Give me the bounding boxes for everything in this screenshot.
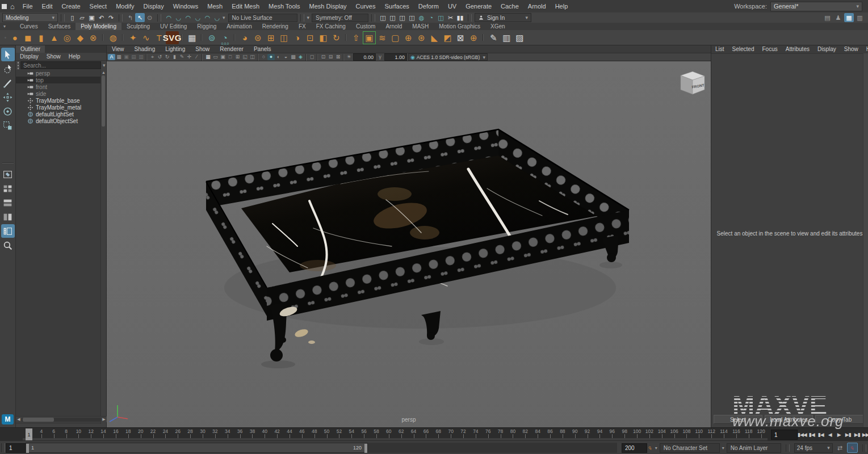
extrude-icon[interactable]: ⇧ bbox=[350, 31, 363, 44]
render-view-icon[interactable]: ◫ bbox=[378, 13, 388, 22]
outliner-item[interactable]: side bbox=[16, 90, 106, 97]
four-pane-layout-button[interactable] bbox=[1, 182, 15, 195]
cut-icon[interactable]: ✂ bbox=[446, 13, 455, 22]
tumble-icon[interactable]: ↻ bbox=[163, 54, 171, 60]
scroll-track[interactable] bbox=[22, 418, 101, 422]
poly-cube-icon[interactable]: ◼ bbox=[22, 31, 35, 44]
shelf-tab[interactable]: MASH bbox=[407, 23, 434, 30]
range-end-handle[interactable] bbox=[364, 444, 367, 453]
pan-zoom-icon[interactable]: ↺ bbox=[156, 54, 163, 60]
menu-item[interactable]: Arnold bbox=[523, 0, 551, 12]
zero-transform-icon[interactable]: ◔ 0,0,0 bbox=[219, 31, 232, 44]
auto-keyframe-button[interactable]: ♀ bbox=[847, 443, 858, 453]
bridge-icon[interactable]: ◩ bbox=[441, 31, 454, 44]
poly-torus-icon[interactable]: ◎ bbox=[61, 31, 74, 44]
menu-item[interactable]: UV bbox=[443, 0, 461, 12]
menu-item[interactable]: Select bbox=[85, 0, 112, 12]
attribute-editor-menu-item[interactable]: Help bbox=[862, 45, 868, 53]
shelf-tab[interactable]: FX bbox=[293, 23, 311, 30]
gamma-icon[interactable]: γ bbox=[377, 54, 383, 60]
viewport-renderer-icon[interactable]: A bbox=[108, 54, 115, 60]
snap-grid-icon[interactable]: ◠ bbox=[164, 13, 174, 22]
menu-item[interactable]: Deform bbox=[414, 0, 443, 12]
shadows-icon[interactable]: ▩ bbox=[290, 54, 297, 60]
paint-select-tool-button[interactable] bbox=[1, 76, 15, 90]
xray-joints-icon[interactable]: ⊟ bbox=[327, 54, 334, 60]
pencil-curve-icon[interactable]: ∿ bbox=[140, 31, 153, 44]
viewport-menu-item[interactable]: Renderer bbox=[215, 45, 249, 53]
snap-curve-icon[interactable]: ◡ bbox=[174, 13, 183, 22]
menu-item[interactable]: Display bbox=[139, 0, 169, 12]
snap-view-plane-icon[interactable]: ◠ bbox=[203, 13, 212, 22]
attribute-editor-menu-item[interactable]: Display bbox=[814, 45, 840, 53]
filter-icon[interactable] bbox=[18, 62, 19, 69]
svg-tool-icon[interactable]: SVG bbox=[166, 31, 179, 44]
home-icon[interactable]: ⌂ bbox=[10, 2, 15, 11]
make-live-icon[interactable]: ◡ bbox=[212, 13, 222, 22]
render-globe-icon[interactable]: ◍ bbox=[417, 13, 426, 22]
split-vertical-layout-button[interactable] bbox=[1, 210, 15, 224]
render-sequence-icon[interactable]: ◫ bbox=[397, 13, 407, 22]
current-frame-marker[interactable]: 1 bbox=[26, 428, 32, 440]
outliner-persp-layout-button[interactable] bbox=[1, 224, 15, 238]
time-ticks[interactable]: 2468101214161820222426283032343638404244… bbox=[23, 428, 768, 441]
range-slider[interactable]: 1 120 bbox=[26, 443, 617, 453]
pencil-icon[interactable]: ∕ bbox=[193, 54, 200, 60]
wireframe-mode-icon[interactable]: ○ bbox=[260, 54, 267, 60]
combine-icon[interactable]: ⊞ bbox=[265, 31, 278, 44]
remesh-icon[interactable]: ⊡ bbox=[304, 31, 317, 44]
snap-point-icon[interactable]: ◠ bbox=[183, 13, 193, 22]
select-tool-button[interactable] bbox=[1, 48, 15, 61]
undo-icon[interactable]: ↶ bbox=[97, 13, 106, 22]
symmetry-caret[interactable]: ▾ bbox=[307, 15, 310, 20]
ipr-render-icon[interactable]: ◔ bbox=[426, 13, 436, 22]
play-forward-button[interactable]: ▶ bbox=[835, 429, 844, 440]
exposure-icon[interactable]: ☀ bbox=[346, 54, 352, 60]
mirror-icon[interactable]: ◫ bbox=[278, 31, 291, 44]
maya-logo[interactable]: M bbox=[2, 414, 14, 424]
chevron-down-icon[interactable]: ▾ bbox=[655, 445, 657, 451]
go-to-start-button[interactable]: ▮◀◀ bbox=[797, 429, 807, 440]
scale-tool-button[interactable] bbox=[1, 119, 15, 132]
merge-icon[interactable]: ⊕ bbox=[402, 31, 415, 44]
anim-layer-dropdown[interactable]: No Anim Layer bbox=[727, 443, 781, 453]
bookmark-icon[interactable]: ▤ bbox=[130, 54, 137, 60]
shelf-tab[interactable]: Arnold bbox=[380, 23, 407, 30]
range-start-handle[interactable] bbox=[26, 444, 29, 453]
outliner-item[interactable]: TrayMarble_base bbox=[16, 97, 106, 104]
lock-camera-icon[interactable]: ▦ bbox=[115, 54, 123, 60]
menu-item[interactable]: Modify bbox=[111, 0, 139, 12]
render-current-frame-icon[interactable]: ◫ bbox=[388, 13, 397, 22]
time-slider[interactable]: 2468101214161820222426283032343638404244… bbox=[0, 427, 868, 441]
attribute-editor-scrollbar[interactable] bbox=[863, 53, 868, 427]
shelf-tab[interactable]: Curves bbox=[15, 23, 43, 30]
grid-toggle-icon[interactable]: ▦ bbox=[204, 54, 212, 60]
uv-editor-icon[interactable]: ▥ bbox=[500, 31, 513, 44]
menu-item[interactable]: File bbox=[18, 0, 37, 12]
outliner-item[interactable]: front bbox=[16, 83, 106, 90]
menu-item[interactable]: Help bbox=[551, 0, 573, 12]
panel-editor-icon[interactable]: ▤ bbox=[823, 13, 832, 22]
shelf-tab[interactable]: Sculpting bbox=[121, 23, 155, 30]
colorspace-dropdown[interactable]: ◉ ACES 1.0 SDR-video (sRGB) ▾ bbox=[408, 53, 488, 61]
chevron-down-icon[interactable]: ▾ bbox=[722, 445, 724, 451]
pause-icon[interactable]: ▮▮ bbox=[455, 13, 465, 22]
poly-disc-icon[interactable]: ⊗ bbox=[87, 31, 100, 44]
viewport-menu-item[interactable]: Lighting bbox=[160, 45, 190, 53]
attribute-editor-menu-item[interactable]: Show bbox=[840, 45, 862, 53]
rotate-tool-button[interactable] bbox=[1, 104, 15, 118]
all-lights-icon[interactable]: ◒ bbox=[282, 54, 290, 60]
sculpt-tool-icon[interactable]: ◕ bbox=[238, 31, 251, 44]
search-input[interactable] bbox=[20, 61, 101, 69]
cube-wire-icon[interactable]: ▢ bbox=[389, 31, 402, 44]
character-set-dropdown[interactable]: No Character Set bbox=[660, 443, 720, 453]
grease-pencil-icon[interactable]: ✎ bbox=[178, 54, 186, 60]
scroll-thumb[interactable] bbox=[23, 418, 54, 422]
safe-action-icon[interactable]: ◱ bbox=[241, 54, 249, 60]
zoom-layout-button[interactable] bbox=[1, 238, 15, 252]
character-controls-icon[interactable]: ♟ bbox=[833, 13, 843, 22]
character-key-icon[interactable]: ♀ bbox=[645, 443, 655, 453]
scroll-thumb[interactable] bbox=[102, 75, 105, 127]
play-backwards-button[interactable]: ◀ bbox=[825, 429, 835, 440]
load-attributes-button[interactable]: Load Attributes bbox=[765, 415, 814, 424]
